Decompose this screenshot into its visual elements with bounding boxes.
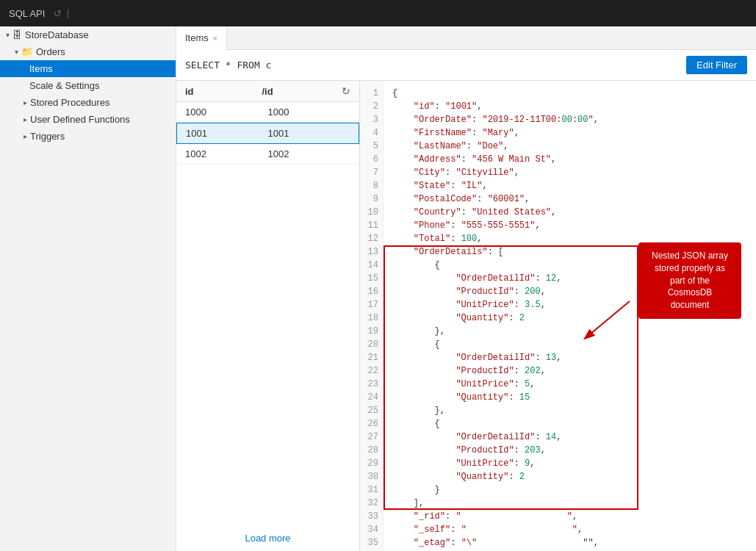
- top-bar: SQL API ↺ ⟨: [0, 0, 756, 26]
- sidebar-item-items[interactable]: Items: [0, 60, 176, 77]
- tabs-bar: Items ×: [176, 26, 756, 50]
- row-id-value: 1000: [185, 107, 268, 118]
- table-body: 1000 1000 1001 1001 1002 1002: [176, 102, 359, 525]
- tab-items[interactable]: Items ×: [176, 26, 227, 50]
- row-slash-id-value: 1001: [268, 128, 350, 139]
- line-numbers: 1234567891011121314151617181920212223242…: [360, 81, 384, 551]
- split-pane: id /id ↻ 1000 1000 1001 1001: [176, 81, 756, 551]
- chevron-right-icon: ▸: [24, 98, 27, 107]
- table-row[interactable]: 1002 1002: [176, 144, 359, 165]
- row-id-value: 1001: [186, 128, 268, 139]
- table-header: id /id ↻: [176, 81, 359, 102]
- sidebar: ▾ 🗄 StoreDatabase ▾ 📁 Orders Items Scale…: [0, 26, 176, 551]
- chevron-right-icon: ▸: [24, 115, 27, 123]
- sidebar-item-label: User Defined Functions: [30, 114, 130, 125]
- row-slash-id-value: 1000: [268, 107, 351, 118]
- query-text: SELECT * FROM c: [185, 60, 680, 71]
- table-row[interactable]: 1001 1001: [176, 123, 359, 144]
- annotation-bubble: Nested JSON array stored properly as par…: [638, 242, 741, 319]
- folder-icon: 📁: [21, 46, 33, 57]
- annotation-text: Nested JSON array stored properly as par…: [652, 251, 728, 310]
- app-container: SQL API ↺ ⟨ ▾ 🗄 StoreDatabase ▾ 📁 Orders…: [0, 0, 756, 551]
- sidebar-item-label: Scale & Settings: [29, 80, 99, 91]
- chevron-down-icon: ▾: [15, 48, 18, 56]
- sidebar-item-scale-settings[interactable]: Scale & Settings: [0, 77, 176, 94]
- tab-close-button[interactable]: ×: [213, 34, 217, 43]
- content-area: Items × SELECT * FROM c Edit Filter id /…: [176, 26, 756, 551]
- edit-filter-button[interactable]: Edit Filter: [686, 56, 747, 74]
- sidebar-item-triggers[interactable]: ▸ Triggers: [0, 128, 176, 145]
- main-layout: ▾ 🗄 StoreDatabase ▾ 📁 Orders Items Scale…: [0, 26, 756, 551]
- sidebar-item-user-defined-functions[interactable]: ▸ User Defined Functions: [0, 111, 176, 128]
- database-icon: 🗄: [12, 29, 22, 40]
- load-more-button[interactable]: Load more: [176, 525, 359, 551]
- refresh-icon[interactable]: ↻: [342, 85, 350, 97]
- json-pane: 1234567891011121314151617181920212223242…: [360, 81, 756, 551]
- app-title: SQL API: [9, 8, 45, 19]
- sidebar-item-store-database[interactable]: ▾ 🗄 StoreDatabase: [0, 26, 176, 43]
- table-pane: id /id ↻ 1000 1000 1001 1001: [176, 81, 360, 551]
- sidebar-item-label: StoreDatabase: [25, 29, 89, 40]
- col-slash-id-header: /id: [262, 86, 339, 97]
- sidebar-item-label: Items: [29, 63, 53, 74]
- sidebar-item-stored-procedures[interactable]: ▸ Stored Procedures: [0, 94, 176, 111]
- sidebar-item-orders[interactable]: ▾ 📁 Orders: [0, 43, 176, 60]
- tab-label: Items: [185, 32, 209, 43]
- row-slash-id-value: 1002: [268, 148, 351, 159]
- chevron-right-icon: ▸: [24, 132, 27, 140]
- query-bar: SELECT * FROM c Edit Filter: [176, 50, 756, 81]
- sidebar-item-label: Triggers: [30, 131, 65, 142]
- sidebar-item-label: Orders: [36, 46, 65, 57]
- sidebar-item-label: Stored Procedures: [30, 97, 109, 108]
- table-row[interactable]: 1000 1000: [176, 102, 359, 123]
- col-id-header: id: [185, 86, 262, 97]
- row-id-value: 1002: [185, 148, 268, 159]
- chevron-down-icon: ▾: [6, 31, 10, 39]
